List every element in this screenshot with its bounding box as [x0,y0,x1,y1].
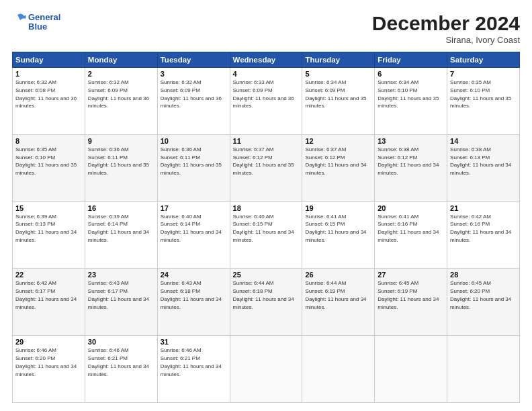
calendar-day-cell [375,336,447,403]
day-number: 24 [161,271,227,279]
calendar-day-cell: 24 Sunrise: 6:43 AMSunset: 6:18 PMDaylig… [157,269,230,336]
day-number: 4 [233,70,300,78]
weekday-header-cell: Tuesday [157,52,230,68]
calendar-day-cell: 9 Sunrise: 6:36 AMSunset: 6:11 PMDayligh… [85,134,157,201]
day-number: 31 [161,338,227,346]
calendar-day-cell [302,336,375,403]
day-info: Sunrise: 6:39 AMSunset: 6:13 PMDaylight:… [15,214,77,243]
logo-blue: Blue [28,22,60,32]
calendar-day-cell: 29 Sunrise: 6:46 AMSunset: 6:20 PMDaylig… [13,336,85,403]
logo-bird-icon [12,12,27,32]
day-info: Sunrise: 6:46 AMSunset: 6:21 PMDaylight:… [88,347,149,377]
calendar-day-cell: 11 Sunrise: 6:37 AMSunset: 6:12 PMDaylig… [230,134,302,201]
day-number: 15 [15,204,82,212]
day-info: Sunrise: 6:40 AMSunset: 6:14 PMDaylight:… [161,214,222,243]
day-info: Sunrise: 6:41 AMSunset: 6:15 PMDaylight:… [305,214,366,243]
calendar-day-cell: 20 Sunrise: 6:41 AMSunset: 6:16 PMDaylig… [375,201,447,269]
calendar-week-row: 8 Sunrise: 6:35 AMSunset: 6:10 PMDayligh… [13,134,520,201]
day-info: Sunrise: 6:36 AMSunset: 6:11 PMDaylight:… [161,146,222,176]
calendar-day-cell: 23 Sunrise: 6:43 AMSunset: 6:17 PMDaylig… [85,269,157,336]
calendar-week-row: 22 Sunrise: 6:42 AMSunset: 6:17 PMDaylig… [13,269,520,336]
calendar-day-cell: 1 Sunrise: 6:32 AMSunset: 6:08 PMDayligh… [13,68,85,135]
calendar-day-cell: 7 Sunrise: 6:35 AMSunset: 6:10 PMDayligh… [447,68,520,135]
day-info: Sunrise: 6:38 AMSunset: 6:12 PMDaylight:… [378,146,439,176]
day-number: 14 [450,137,517,145]
day-info: Sunrise: 6:32 AMSunset: 6:08 PMDaylight:… [15,79,77,109]
calendar-day-cell: 19 Sunrise: 6:41 AMSunset: 6:15 PMDaylig… [302,201,375,269]
day-info: Sunrise: 6:39 AMSunset: 6:14 PMDaylight:… [88,214,149,243]
page: General Blue December 2024 Sirana, Ivory… [0,0,532,411]
weekday-header-row: SundayMondayTuesdayWednesdayThursdayFrid… [13,52,520,68]
day-info: Sunrise: 6:33 AMSunset: 6:09 PMDaylight:… [233,79,294,109]
day-number: 3 [161,70,227,78]
day-number: 8 [15,137,82,145]
calendar-day-cell: 5 Sunrise: 6:34 AMSunset: 6:09 PMDayligh… [302,68,375,135]
day-number: 23 [88,271,154,279]
day-number: 18 [233,204,300,212]
day-info: Sunrise: 6:34 AMSunset: 6:09 PMDaylight:… [305,79,366,109]
day-info: Sunrise: 6:43 AMSunset: 6:18 PMDaylight:… [161,280,222,310]
weekday-header-cell: Sunday [13,52,85,68]
day-number: 28 [450,271,517,279]
header: General Blue December 2024 Sirana, Ivory… [12,12,520,45]
location: Sirana, Ivory Coast [372,35,520,45]
day-info: Sunrise: 6:37 AMSunset: 6:12 PMDaylight:… [233,146,294,176]
calendar-table: SundayMondayTuesdayWednesdayThursdayFrid… [12,52,520,403]
day-info: Sunrise: 6:35 AMSunset: 6:10 PMDaylight:… [15,146,77,176]
logo-text: General Blue [28,13,60,32]
day-info: Sunrise: 6:46 AMSunset: 6:21 PMDaylight:… [161,347,222,377]
calendar-day-cell: 25 Sunrise: 6:44 AMSunset: 6:18 PMDaylig… [230,269,302,336]
day-info: Sunrise: 6:46 AMSunset: 6:20 PMDaylight:… [15,347,77,377]
day-number: 20 [378,204,444,212]
calendar-day-cell: 3 Sunrise: 6:32 AMSunset: 6:09 PMDayligh… [157,68,230,135]
weekday-header-cell: Thursday [302,52,375,68]
day-number: 16 [88,204,154,212]
calendar-day-cell: 4 Sunrise: 6:33 AMSunset: 6:09 PMDayligh… [230,68,302,135]
day-number: 10 [161,137,227,145]
day-number: 21 [450,204,517,212]
calendar-day-cell [230,336,302,403]
day-info: Sunrise: 6:32 AMSunset: 6:09 PMDaylight:… [88,79,149,109]
day-info: Sunrise: 6:35 AMSunset: 6:10 PMDaylight:… [450,79,511,109]
calendar-day-cell: 12 Sunrise: 6:37 AMSunset: 6:12 PMDaylig… [302,134,375,201]
day-info: Sunrise: 6:42 AMSunset: 6:17 PMDaylight:… [15,280,77,310]
title-block: December 2024 Sirana, Ivory Coast [372,12,520,45]
weekday-header-cell: Wednesday [230,52,302,68]
day-info: Sunrise: 6:43 AMSunset: 6:17 PMDaylight:… [88,280,149,310]
weekday-header-cell: Saturday [447,52,520,68]
day-info: Sunrise: 6:42 AMSunset: 6:16 PMDaylight:… [450,214,511,243]
day-info: Sunrise: 6:44 AMSunset: 6:18 PMDaylight:… [233,280,294,310]
day-info: Sunrise: 6:34 AMSunset: 6:10 PMDaylight:… [378,79,439,109]
calendar-week-row: 29 Sunrise: 6:46 AMSunset: 6:20 PMDaylig… [13,336,520,403]
weekday-header-cell: Friday [375,52,447,68]
calendar-body: 1 Sunrise: 6:32 AMSunset: 6:08 PMDayligh… [13,68,520,403]
calendar-day-cell: 26 Sunrise: 6:44 AMSunset: 6:19 PMDaylig… [302,269,375,336]
weekday-header-cell: Monday [85,52,157,68]
day-number: 12 [305,137,371,145]
day-info: Sunrise: 6:38 AMSunset: 6:13 PMDaylight:… [450,146,511,176]
calendar-day-cell: 13 Sunrise: 6:38 AMSunset: 6:12 PMDaylig… [375,134,447,201]
day-number: 25 [233,271,300,279]
day-number: 17 [161,204,227,212]
logo-general: General [28,13,60,22]
logo: General Blue [12,12,60,32]
calendar-day-cell: 31 Sunrise: 6:46 AMSunset: 6:21 PMDaylig… [157,336,230,403]
calendar-day-cell: 21 Sunrise: 6:42 AMSunset: 6:16 PMDaylig… [447,201,520,269]
day-number: 1 [15,70,82,78]
calendar-day-cell: 16 Sunrise: 6:39 AMSunset: 6:14 PMDaylig… [85,201,157,269]
calendar-day-cell [447,336,520,403]
day-number: 9 [88,137,154,145]
day-number: 26 [305,271,371,279]
calendar-day-cell: 6 Sunrise: 6:34 AMSunset: 6:10 PMDayligh… [375,68,447,135]
calendar-day-cell: 18 Sunrise: 6:40 AMSunset: 6:15 PMDaylig… [230,201,302,269]
day-info: Sunrise: 6:40 AMSunset: 6:15 PMDaylight:… [233,214,294,243]
month-title: December 2024 [372,12,520,35]
calendar-week-row: 1 Sunrise: 6:32 AMSunset: 6:08 PMDayligh… [13,68,520,135]
day-info: Sunrise: 6:36 AMSunset: 6:11 PMDaylight:… [88,146,149,176]
day-number: 7 [450,70,517,78]
day-info: Sunrise: 6:32 AMSunset: 6:09 PMDaylight:… [161,79,222,109]
day-number: 6 [378,70,444,78]
day-info: Sunrise: 6:41 AMSunset: 6:16 PMDaylight:… [378,214,439,243]
calendar-day-cell: 28 Sunrise: 6:45 AMSunset: 6:20 PMDaylig… [447,269,520,336]
day-number: 22 [15,271,82,279]
